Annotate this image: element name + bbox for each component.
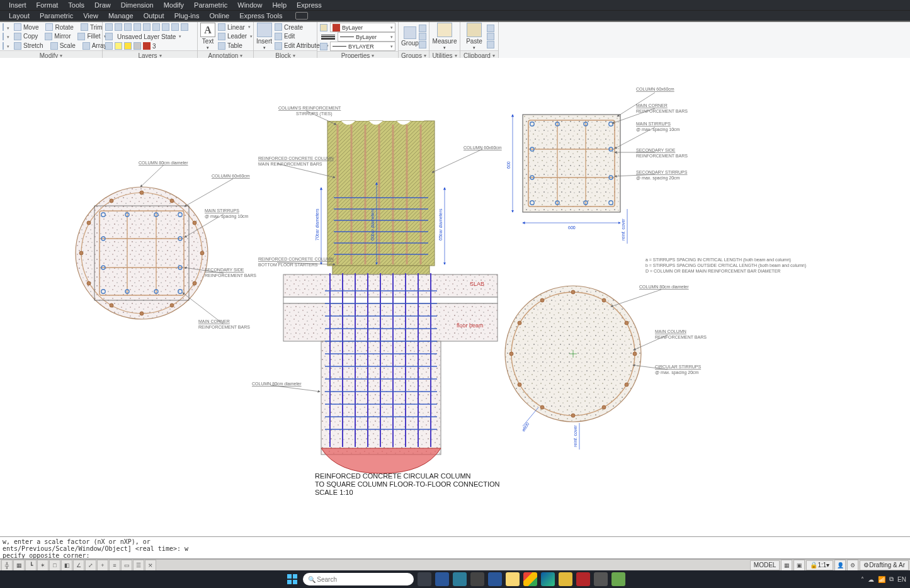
qp-button[interactable]: ☰ [133,560,144,571]
menu-express[interactable]: Express [292,1,327,9]
polar-button[interactable]: ✶ [37,560,48,571]
layer-state-select[interactable]: Unsaved Layer State [115,32,195,41]
anno-scale[interactable]: 🔒 1:1▾ [806,560,833,570]
tab-expand-icon[interactable] [295,12,308,20]
tb-app-2[interactable] [453,572,467,586]
group-button[interactable]: Group [401,23,419,50]
linear-button[interactable]: Linear [215,23,255,31]
tb-app-1[interactable] [435,572,449,586]
svg-point-147 [625,321,628,325]
anno-vis-button[interactable]: 👤 [834,560,846,571]
menu-bar: Insert Format Tools Draw Dimension Modif… [0,0,910,11]
tb-chrome[interactable] [523,572,537,586]
tray-lang[interactable]: EN [897,576,906,583]
svg-point-11 [76,187,208,319]
tab-layout[interactable]: Layout [4,12,35,20]
insert-button[interactable]: Insert▾ [256,23,272,50]
command-line[interactable]: w, enter a scale factor (nX or nXP), or … [0,536,910,559]
task-view-icon[interactable] [418,572,431,586]
svg-point-14 [170,199,174,203]
tb-explorer[interactable] [506,572,520,586]
cut-icon[interactable] [487,25,494,32]
snap-button[interactable]: ╬ [1,560,13,571]
sc-button[interactable]: ⤧ [145,560,156,571]
maximize-button[interactable]: ▣ [793,560,805,571]
lwt-button[interactable]: ≡ [109,560,120,571]
tab-online[interactable]: Online [204,12,234,20]
tb-settings[interactable] [470,572,484,586]
menu-modify[interactable]: Modify [159,1,189,9]
layer-icon[interactable] [105,23,113,31]
layer-current-name[interactable]: 3 [152,43,195,50]
layer-prop-icon[interactable] [115,23,122,31]
move-button[interactable]: Move [11,23,41,31]
tray-chevron-icon[interactable]: ˄ [861,576,864,583]
grid-button[interactable]: ▦ [13,560,25,571]
tab-manage[interactable]: Manage [103,12,139,20]
menu-window[interactable]: Window [232,1,267,9]
svg-text:@ max. spacing 10cm: @ max. spacing 10cm [636,127,680,132]
scale-button[interactable]: Scale [48,42,78,50]
linetype-select[interactable]: ByLayer [338,32,395,42]
svg-text:MAIN STIRRUPS: MAIN STIRRUPS [636,122,671,126]
ortho-button[interactable]: ┗ [25,560,37,571]
3dosnap-button[interactable]: ◧ [61,560,72,571]
list-icon[interactable] [320,43,327,50]
menu-parametric[interactable]: Parametric [189,1,232,9]
anno-auto-button[interactable]: ⚙ [847,560,858,571]
taskbar-search[interactable]: 🔍 Search [303,573,414,585]
svg-text:reinf. cover: reinf. cover [573,425,577,447]
tab-output[interactable]: Output [139,12,169,20]
tray-cloud-icon[interactable]: ☁ [868,576,874,583]
mirror-button[interactable]: Mirror [42,32,73,41]
tb-app-5[interactable] [611,572,625,586]
stretch-button[interactable]: Stretch [11,42,46,50]
menu-format[interactable]: Format [31,1,64,9]
leader-button[interactable]: Leader [215,32,255,41]
svg-text:REINFORCEMENT BARS: REINFORCEMENT BARS [205,273,256,278]
start-button[interactable] [285,572,299,586]
otrack-button[interactable]: ∠ [73,560,84,571]
table-button[interactable]: Table [215,42,255,50]
tb-store[interactable] [488,572,502,586]
lineweight-icon [321,35,335,40]
layer-current-icon[interactable] [105,42,113,50]
copy-button[interactable]: Copy [11,32,40,41]
tpy-button[interactable]: ▭ [121,560,132,571]
text-button[interactable]: AText▾ [200,23,215,50]
dyn-button[interactable]: + [97,560,108,571]
menu-help[interactable]: Help [267,1,292,9]
ducs-button[interactable]: ⤢ [85,560,96,571]
layer-state-icon[interactable] [105,33,113,40]
grip-icon[interactable] [3,23,4,31]
tray-dropbox-icon[interactable]: ⧉ [889,575,894,583]
workspace-label[interactable]: ⚙ Drafting & Ar [860,560,909,570]
drawing-area[interactable]: COLUMN 80cm diameter COLUMN 60x60cm MAIN… [0,58,910,536]
rotate-button[interactable]: Rotate [43,23,76,31]
paste-button[interactable]: Paste▾ [464,23,484,50]
tb-edge[interactable] [541,572,555,586]
menu-dimension[interactable]: Dimension [116,1,159,9]
tab-plugins[interactable]: Plug-ins [169,12,205,20]
match-icon[interactable] [320,24,327,31]
menu-insert[interactable]: Insert [4,1,31,9]
tab-parametric[interactable]: Parametric [35,12,78,20]
tb-app-4[interactable] [594,572,608,586]
tab-express-tools[interactable]: Express Tools [234,12,287,20]
circle-icon[interactable] [3,33,4,40]
menu-draw[interactable]: Draw [89,1,116,9]
tb-app-3[interactable] [559,572,572,586]
space-indicator[interactable]: MODEL [750,560,780,570]
lineweight-select[interactable]: BYLAYER [330,42,395,51]
measure-button[interactable]: Measure▾ [432,23,457,50]
copy-clip-icon[interactable] [487,33,494,40]
tb-autocad[interactable] [576,572,590,586]
svg-point-146 [602,298,606,302]
menu-tools[interactable]: Tools [63,1,89,9]
tab-view[interactable]: View [78,12,103,20]
color-select[interactable]: ByLayer [330,23,395,32]
osnap-button[interactable]: □ [49,560,60,571]
grid2-button[interactable]: ▦ [781,560,792,571]
rect-icon[interactable] [3,42,4,50]
tray-wifi-icon[interactable]: 📶 [878,576,885,583]
